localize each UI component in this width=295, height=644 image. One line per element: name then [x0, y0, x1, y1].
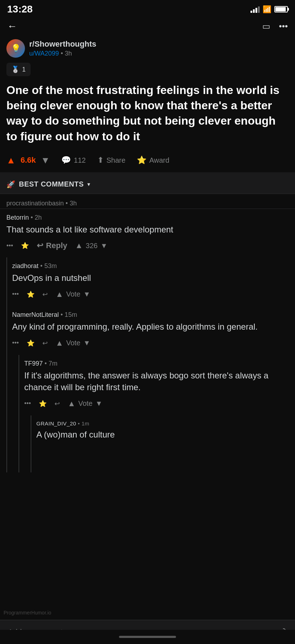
more-options-icon[interactable]: •••	[279, 21, 288, 31]
vote-group: ▲ 6.6k ▼	[6, 155, 50, 166]
reply-thread-namernotliteral: NamerNotLiteral • 15m Any kind of progra…	[6, 306, 295, 472]
nav-actions: ▭ •••	[262, 21, 288, 31]
top-comment-author: procrastinationbasin • 3h	[6, 200, 77, 207]
reply-icon-btn[interactable]: ↩	[55, 400, 60, 408]
comment-author-line: Betorrin • 2h	[6, 214, 289, 221]
award-count: 1	[22, 66, 26, 73]
rocket-icon: 🚀	[6, 180, 15, 189]
star-icon: ⭐	[27, 290, 35, 298]
comment-downvote-icon[interactable]: ▼	[83, 339, 90, 347]
reply-icon-btn[interactable]: ↩	[42, 290, 48, 298]
comment-more-icon[interactable]: •••	[6, 242, 13, 250]
comment-grain: GRAIN_DIV_20 • 1m A (wo)man of culture	[36, 415, 295, 473]
comments-icon: 💬	[61, 156, 71, 165]
post-time: • 3h	[61, 50, 72, 57]
comment-upvote-icon[interactable]: ▲	[68, 399, 76, 408]
reply-thread-tf997: TF997 • 7m If it's algorithms, the answe…	[19, 355, 295, 473]
signal-icon	[250, 6, 260, 13]
comment-body: DevOps in a nutshell	[12, 272, 289, 284]
comment-actions: ••• ⭐ ↩ ▲ Vote ▼	[12, 336, 289, 350]
reply-thread-ziadhorat: ziadhorat • 53m DevOps in a nutshell •••…	[6, 257, 295, 306]
award-button[interactable]: ⭐ Award	[137, 156, 169, 165]
comment-downvote-icon[interactable]: ▼	[95, 399, 103, 408]
status-time: 13:28	[7, 4, 33, 15]
share-label: Share	[107, 156, 125, 164]
reply-arrow-icon: ↩	[55, 400, 60, 408]
reply-label: Reply	[46, 241, 67, 250]
comments-sort-bar[interactable]: 🚀 BEST COMMENTS ▾	[0, 175, 295, 194]
comment-author: GRAIN_DIV_20	[36, 420, 76, 426]
chevron-down-icon: ▾	[87, 181, 90, 188]
bookmark-icon[interactable]: ▭	[262, 21, 270, 31]
comment-time: • 53m	[40, 262, 57, 269]
subreddit-avatar: 💡	[6, 39, 25, 58]
upvote-button[interactable]: ▲	[6, 155, 16, 166]
comment-author-line: ziadhorat • 53m	[12, 262, 289, 270]
comment-vote-group: ▲ 326 ▼	[75, 241, 108, 250]
comment-downvote-icon[interactable]: ▼	[83, 290, 90, 298]
post-header: 💡 r/Showerthoughts u/WA2099 • 3h	[0, 36, 295, 61]
comment-author-line: TF997 • 7m	[24, 360, 289, 367]
comment-body: Any kind of programming, really. Applies…	[12, 321, 289, 333]
main-divider	[0, 172, 295, 175]
comment-author: ziadhorat	[12, 262, 38, 269]
top-nav: ← ▭ •••	[0, 17, 295, 36]
comment-actions: ••• ⭐ ↩ Reply ▲ 326 ▼	[6, 239, 289, 252]
comment-more-icon[interactable]: •••	[12, 290, 19, 298]
reply-arrow-icon: ↩	[42, 339, 48, 347]
comment-downvote-icon[interactable]: ▼	[100, 242, 108, 250]
comment-time: • 15m	[61, 311, 77, 318]
downvote-button[interactable]: ▼	[41, 155, 50, 166]
reply-icon-btn[interactable]: ↩	[42, 339, 48, 347]
comment-more-icon[interactable]: •••	[24, 400, 31, 407]
comment-author: Betorrin	[6, 214, 29, 221]
comment-award-icon[interactable]: ⭐	[27, 339, 35, 347]
comment-vote-count: 326	[86, 242, 98, 250]
comment-upvote-icon[interactable]: ▲	[75, 241, 83, 250]
post-actions: ▲ 6.6k ▼ 💬 112 ⬆ Share ⭐ Award	[0, 151, 295, 172]
wifi-icon: 📶	[263, 5, 271, 14]
comment-body: If it's algorithms, the answer is always…	[24, 370, 289, 393]
award-icon-btn: ⭐	[137, 156, 146, 165]
ellipsis-icon: •••	[12, 290, 19, 298]
star-icon: ⭐	[21, 242, 29, 250]
comment-time: • 7m	[45, 360, 57, 367]
vote-label: Vote	[66, 339, 81, 347]
back-button[interactable]: ←	[7, 21, 17, 32]
top-comment: procrastinationbasin • 3h	[0, 194, 295, 209]
comments-section: procrastinationbasin • 3h Betorrin • 2h …	[0, 194, 295, 473]
status-icons: 📶	[250, 5, 288, 14]
status-bar: 13:28 📶	[0, 0, 295, 17]
award-icon: 🥈	[11, 66, 19, 73]
vote-label: Vote	[66, 290, 81, 298]
share-button[interactable]: ⬆ Share	[97, 156, 125, 165]
comment-namernotliteral: NamerNotLiteral • 15m Any kind of progra…	[12, 306, 295, 355]
ellipsis-icon: •••	[12, 339, 19, 347]
reply-thread-grain: GRAIN_DIV_20 • 1m A (wo)man of culture	[31, 415, 295, 473]
award-badge: 🥈 1	[6, 63, 31, 76]
comment-vote-group: ▲ Vote ▼	[56, 339, 90, 348]
comment-author: TF997	[24, 360, 43, 367]
comment-upvote-icon[interactable]: ▲	[56, 339, 63, 348]
comment-body: That sounds a lot like software developm…	[6, 224, 289, 236]
comment-tf997: TF997 • 7m If it's algorithms, the answe…	[24, 355, 295, 415]
comments-button[interactable]: 💬 112	[61, 156, 86, 165]
comment-more-icon[interactable]: •••	[12, 339, 19, 347]
home-indicator	[0, 630, 295, 644]
post-author[interactable]: u/WA2099	[29, 50, 59, 57]
star-icon: ⭐	[27, 339, 35, 347]
comment-award-icon[interactable]: ⭐	[21, 242, 29, 250]
comment-time: • 1m	[78, 420, 89, 426]
ellipsis-icon: •••	[24, 400, 31, 407]
comment-award-icon[interactable]: ⭐	[27, 290, 35, 298]
comment-award-icon[interactable]: ⭐	[39, 400, 47, 408]
star-icon: ⭐	[39, 400, 47, 408]
home-bar	[119, 636, 176, 638]
ellipsis-icon: •••	[6, 242, 13, 250]
post-meta: r/Showerthoughts u/WA2099 • 3h	[29, 40, 96, 57]
comment-upvote-icon[interactable]: ▲	[56, 290, 63, 299]
subreddit-name[interactable]: r/Showerthoughts	[29, 40, 96, 49]
comment-ziadhorat: ziadhorat • 53m DevOps in a nutshell •••…	[12, 257, 295, 306]
comment-betorrin: Betorrin • 2h That sounds a lot like sof…	[0, 209, 295, 258]
reply-button[interactable]: ↩ Reply	[37, 241, 67, 250]
